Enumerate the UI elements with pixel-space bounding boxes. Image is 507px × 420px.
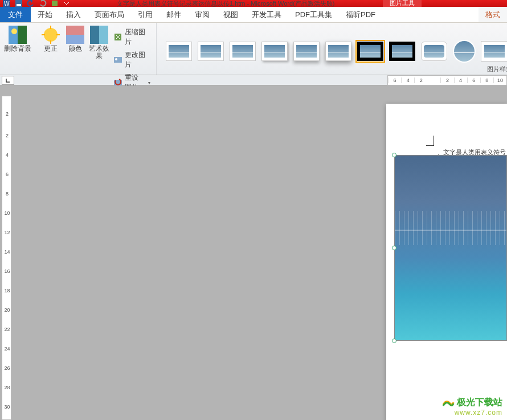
v-tick: 2 xyxy=(3,133,11,138)
v-tick: 14 xyxy=(3,249,11,255)
svg-rect-3 xyxy=(17,4,21,6)
resize-handle-tl[interactable] xyxy=(392,153,396,157)
selected-picture[interactable] xyxy=(394,155,507,341)
v-tick: 6 xyxy=(3,172,11,177)
v-tick: 24 xyxy=(3,346,11,352)
window-title: 文字是人类用表义符号记录表达信息以传1.htm - Microsoft Word… xyxy=(117,0,334,8)
picture-styles-gallery xyxy=(160,25,507,75)
h-tick: 6 xyxy=(467,78,480,83)
v-tick: 4 xyxy=(3,152,11,158)
change-picture-label: 更改图片 xyxy=(125,50,150,70)
reset-dropdown-icon[interactable]: ▾ xyxy=(148,80,150,85)
style-thumb-5[interactable] xyxy=(293,42,320,61)
watermark-brand: 极光下载站 xyxy=(442,397,502,409)
v-tick: 2 xyxy=(3,111,11,117)
tab-home[interactable]: 开始 xyxy=(31,7,59,22)
svg-rect-18 xyxy=(114,57,122,63)
qat-extra-icon[interactable] xyxy=(50,0,59,7)
remove-background-button[interactable]: 删除背景 xyxy=(3,25,32,52)
h-tick: 4 xyxy=(401,78,414,83)
style-thumb-10[interactable] xyxy=(453,40,476,63)
tab-developer[interactable]: 开发工具 xyxy=(245,7,288,22)
adjust-small-buttons: 压缩图片 更改图片 重设图片 ▾ xyxy=(111,25,153,93)
tab-pdf-tools[interactable]: PDF工具集 xyxy=(288,7,339,22)
save-icon[interactable] xyxy=(14,0,23,7)
picture-tools-context-tab: 图片工具 xyxy=(383,0,422,7)
svg-text:W: W xyxy=(4,1,10,7)
artistic-effects-label: 艺术效果 xyxy=(87,45,111,60)
v-tick: 10 xyxy=(3,210,11,216)
v-tick: 30 xyxy=(3,404,11,410)
remove-background-icon xyxy=(9,26,27,44)
v-tick: 28 xyxy=(3,385,11,390)
v-tick: 8 xyxy=(3,191,11,197)
corrections-icon xyxy=(42,26,60,44)
color-label: 颜色 xyxy=(68,45,82,52)
style-thumb-3[interactable] xyxy=(230,42,256,61)
tab-selector[interactable] xyxy=(2,76,14,85)
corrections-button[interactable]: 更正 xyxy=(39,25,63,93)
bridge-cables-graphic xyxy=(395,211,506,245)
v-tick: 26 xyxy=(3,365,11,371)
undo-icon[interactable] xyxy=(26,0,35,7)
resize-handle-ml[interactable] xyxy=(392,246,396,250)
style-thumb-1[interactable] xyxy=(166,42,192,61)
file-tab[interactable]: 文件 xyxy=(0,7,31,22)
svg-point-7 xyxy=(11,28,17,34)
tab-insert[interactable]: 插入 xyxy=(59,7,88,22)
title-bar: W 文字是人类用表义符号记录表达信息以传1.htm - Microsoft Wo… xyxy=(0,0,507,7)
tab-mailings[interactable]: 邮件 xyxy=(160,7,188,22)
svg-rect-14 xyxy=(66,35,84,44)
v-tick: 18 xyxy=(3,288,11,293)
tab-page-layout[interactable]: 页面布局 xyxy=(88,7,131,22)
document-area: 2 2 4 6 8 10 12 14 16 18 20 22 24 26 28 … xyxy=(0,85,507,420)
change-picture-button[interactable]: 更改图片 xyxy=(111,50,153,70)
style-thumb-4[interactable] xyxy=(261,42,288,61)
v-tick: 16 xyxy=(3,268,11,274)
remove-background-label: 删除背景 xyxy=(4,45,31,52)
resize-handle-bl[interactable] xyxy=(392,339,396,343)
watermark: 极光下载站 www.xz7.com xyxy=(442,397,502,417)
style-thumb-9[interactable] xyxy=(421,42,447,61)
h-tick: 10 xyxy=(493,78,506,83)
qat-dropdown-icon[interactable] xyxy=(62,0,71,7)
remove-bg-group: 删除背景 xyxy=(0,23,35,75)
svg-point-8 xyxy=(44,28,58,42)
corrections-label: 更正 xyxy=(44,45,58,52)
v-tick: 20 xyxy=(3,307,11,313)
svg-rect-4 xyxy=(52,1,58,6)
change-picture-icon xyxy=(113,55,122,64)
h-tick: 8 xyxy=(480,78,493,83)
compress-label: 压缩图片 xyxy=(125,27,150,47)
color-button[interactable]: 颜色 xyxy=(63,25,87,93)
horizontal-ruler[interactable]: 6 4 2 2 4 6 8 10 xyxy=(387,75,507,85)
tab-review[interactable]: 审阅 xyxy=(188,7,216,22)
v-tick: 22 xyxy=(3,327,11,332)
compress-pictures-button[interactable]: 压缩图片 xyxy=(111,27,153,47)
tab-foxit-pdf[interactable]: 福昕PDF xyxy=(339,7,382,22)
text-cursor-mark xyxy=(426,136,434,146)
tab-format[interactable]: 格式 xyxy=(479,7,507,22)
compress-icon xyxy=(113,32,122,42)
tab-references[interactable]: 引用 xyxy=(131,7,160,22)
adjust-group: 更正 颜色 艺术效果 压缩图片 xyxy=(35,23,157,75)
artistic-effects-button[interactable]: 艺术效果 xyxy=(87,25,111,93)
svg-point-19 xyxy=(115,58,117,60)
vertical-ruler[interactable]: 2 2 4 6 8 10 12 14 16 18 20 22 24 26 28 … xyxy=(2,96,11,420)
h-tick: 4 xyxy=(454,78,467,83)
redo-icon[interactable] xyxy=(38,0,47,7)
picture-styles-label: 图片样式 xyxy=(485,64,507,75)
style-thumb-7[interactable] xyxy=(357,42,383,61)
style-thumb-2[interactable] xyxy=(198,42,224,61)
word-app-icon: W xyxy=(2,0,11,7)
style-thumb-6[interactable] xyxy=(325,42,351,61)
style-thumb-11[interactable] xyxy=(481,42,507,61)
watermark-url: www.xz7.com xyxy=(442,409,502,417)
tab-view[interactable]: 视图 xyxy=(216,7,245,22)
h-tick: 2 xyxy=(440,78,453,83)
document-page[interactable]: 、文字是人类用表义符号 xyxy=(386,104,507,420)
style-thumb-8[interactable] xyxy=(389,42,415,61)
artistic-effects-icon xyxy=(90,26,108,44)
h-tick: 6 xyxy=(388,78,401,83)
svg-rect-6 xyxy=(18,26,27,44)
